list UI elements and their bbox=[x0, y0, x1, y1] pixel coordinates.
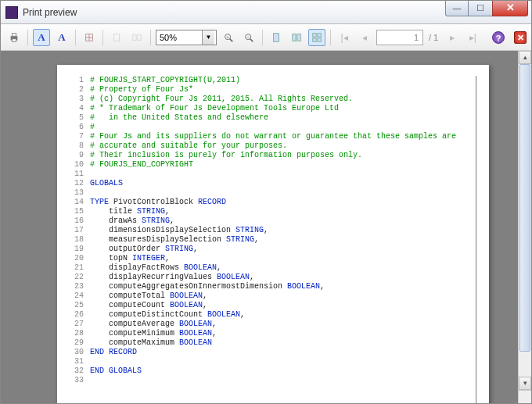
title-bar: Print preview — ☐ ✕ bbox=[1, 1, 531, 24]
line-code: title STRING, bbox=[90, 207, 469, 216]
separator bbox=[27, 30, 28, 45]
line-number: 2 bbox=[68, 85, 90, 95]
zoom-input[interactable] bbox=[156, 30, 202, 45]
line-code: topN INTEGER, bbox=[90, 254, 469, 263]
line-number: 18 bbox=[68, 235, 90, 245]
line-number: 10 bbox=[68, 160, 90, 170]
fit-page-button[interactable] bbox=[81, 29, 98, 46]
code-line: 17 dimensionsDisplaySelection STRING, bbox=[68, 226, 469, 235]
layout-1-button[interactable] bbox=[108, 29, 125, 46]
line-code: computeDistinctCount BOOLEAN, bbox=[90, 310, 469, 320]
separator bbox=[75, 30, 76, 45]
code-content: 1# FOURJS_START_COPYRIGHT(U,2011)2# Prop… bbox=[68, 76, 476, 403]
line-code: TYPE PivotControlBlock RECORD bbox=[90, 198, 469, 207]
line-number: 8 bbox=[68, 141, 90, 151]
line-number: 3 bbox=[68, 95, 90, 104]
svg-rect-13 bbox=[274, 33, 279, 41]
toolbar: A A ▼ + − |◂ ◂ 1 / 1 ▸ ▸| ? ✕ bbox=[1, 24, 531, 51]
svg-rect-5 bbox=[133, 34, 136, 40]
zoom-out-button[interactable]: − bbox=[240, 29, 257, 46]
line-number: 29 bbox=[68, 338, 90, 348]
window-buttons: — ☐ ✕ bbox=[445, 1, 528, 16]
line-number: 13 bbox=[68, 188, 90, 198]
svg-rect-14 bbox=[293, 34, 296, 41]
line-code: outputOrder STRING, bbox=[90, 245, 469, 254]
print-button[interactable] bbox=[5, 29, 23, 46]
line-number: 7 bbox=[68, 132, 90, 141]
line-code: # FOURJS_START_COPYRIGHT(U,2011) bbox=[90, 76, 469, 85]
svg-rect-15 bbox=[297, 34, 300, 41]
zoom-in-button[interactable]: + bbox=[220, 29, 237, 46]
line-number: 19 bbox=[68, 245, 90, 254]
line-code: # bbox=[90, 123, 469, 132]
svg-rect-16 bbox=[313, 33, 316, 36]
code-line: 16 drawAs STRING, bbox=[68, 216, 469, 226]
code-line: 23 computeAggregatesOnInnermostDimension… bbox=[68, 282, 469, 291]
separator bbox=[262, 30, 263, 45]
line-number: 22 bbox=[68, 273, 90, 282]
line-code bbox=[90, 376, 469, 385]
scroll-thumb[interactable] bbox=[519, 64, 530, 352]
two-page-button[interactable] bbox=[288, 29, 305, 46]
line-number: 15 bbox=[68, 207, 90, 216]
code-line: 27 computeAverage BOOLEAN, bbox=[68, 320, 469, 329]
line-code bbox=[90, 170, 469, 179]
code-line: 2# Property of Four Js* bbox=[68, 85, 469, 95]
scroll-up-icon[interactable]: ▴ bbox=[519, 51, 531, 64]
scroll-down-icon[interactable]: ▾ bbox=[519, 377, 531, 390]
first-page-button[interactable]: |◂ bbox=[336, 29, 353, 46]
single-page-button[interactable] bbox=[268, 29, 285, 46]
minimize-button[interactable]: — bbox=[445, 1, 469, 16]
text-mode-b-button[interactable]: A bbox=[53, 29, 70, 46]
code-line: 25 computeCount BOOLEAN, bbox=[68, 301, 469, 310]
prev-page-button[interactable]: ◂ bbox=[356, 29, 373, 46]
line-number: 16 bbox=[68, 216, 90, 226]
separator bbox=[150, 30, 151, 45]
svg-rect-1 bbox=[12, 33, 16, 36]
line-number: 28 bbox=[68, 329, 90, 338]
code-line: 10# FOURJS_END_COPYRIGHT bbox=[68, 160, 469, 170]
svg-rect-4 bbox=[114, 34, 120, 41]
line-number: 20 bbox=[68, 254, 90, 263]
line-code: # Property of Four Js* bbox=[90, 85, 469, 95]
zoom-combo[interactable]: ▼ bbox=[156, 30, 217, 45]
code-line: 15 title STRING, bbox=[68, 207, 469, 216]
code-line: 32END GLOBALS bbox=[68, 366, 469, 376]
last-page-button[interactable]: ▸| bbox=[464, 29, 481, 46]
code-line: 9# Their inclusion is purely for informa… bbox=[68, 151, 469, 160]
line-number: 26 bbox=[68, 310, 90, 320]
close-preview-button[interactable]: ✕ bbox=[514, 31, 527, 44]
code-line: 7# Four Js and its suppliers do not warr… bbox=[68, 132, 469, 141]
line-code: displayRecurringValues BOOLEAN, bbox=[90, 273, 469, 282]
line-code: drawAs STRING, bbox=[90, 216, 469, 226]
text-mode-a-button[interactable]: A bbox=[33, 29, 50, 46]
grid-page-button[interactable] bbox=[308, 29, 325, 46]
layout-2-button[interactable] bbox=[128, 29, 146, 46]
line-code: computeAverage BOOLEAN, bbox=[90, 320, 469, 329]
maximize-button[interactable]: ☐ bbox=[469, 1, 492, 16]
next-page-button[interactable]: ▸ bbox=[444, 29, 461, 46]
code-line: 8# accurate and suitable for your purpos… bbox=[68, 141, 469, 151]
close-button[interactable]: ✕ bbox=[492, 1, 528, 16]
code-line: 11 bbox=[68, 170, 469, 179]
line-number: 33 bbox=[68, 376, 90, 385]
line-number: 17 bbox=[68, 226, 90, 235]
line-code: dimensionsDisplaySelection STRING, bbox=[90, 226, 469, 235]
code-line: 13 bbox=[68, 188, 469, 198]
scroll-track[interactable] bbox=[519, 64, 531, 377]
separator bbox=[102, 30, 103, 45]
zoom-dropdown-icon[interactable]: ▼ bbox=[202, 30, 214, 45]
line-code: GLOBALS bbox=[90, 179, 469, 188]
preview-viewport: 1# FOURJS_START_COPYRIGHT(U,2011)2# Prop… bbox=[1, 51, 531, 403]
code-line: 1# FOURJS_START_COPYRIGHT(U,2011) bbox=[68, 76, 469, 85]
line-number: 11 bbox=[68, 170, 90, 179]
svg-rect-19 bbox=[318, 38, 321, 41]
vertical-scrollbar[interactable]: ▴ ▾ bbox=[518, 51, 531, 390]
line-number: 9 bbox=[68, 151, 90, 160]
line-number: 4 bbox=[68, 104, 90, 113]
line-number: 27 bbox=[68, 320, 90, 329]
help-button[interactable]: ? bbox=[492, 31, 505, 44]
page-number-input[interactable]: 1 bbox=[376, 30, 423, 45]
code-line: 29 computeMaximum BOOLEAN bbox=[68, 338, 469, 348]
line-number: 1 bbox=[68, 76, 90, 85]
